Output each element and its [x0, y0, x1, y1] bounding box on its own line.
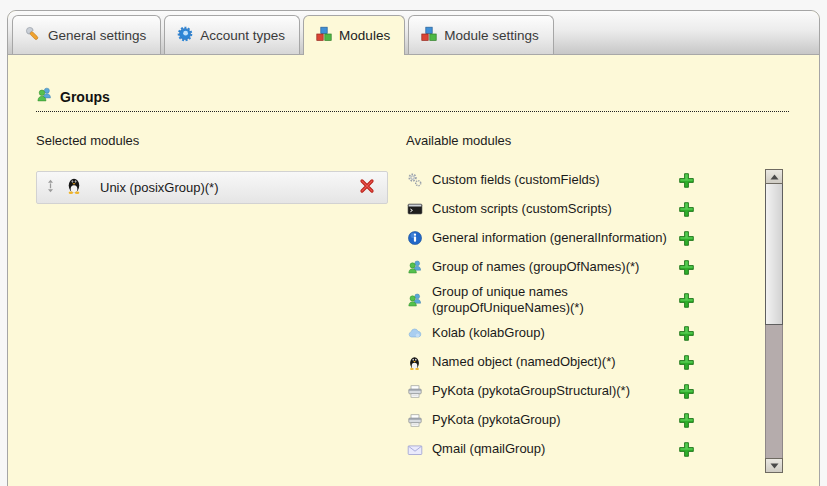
settings-window: General settings Account types: [7, 10, 820, 486]
groups-icon: [406, 292, 423, 308]
groups-section-header: Groups: [36, 86, 789, 112]
add-icon[interactable]: [678, 201, 695, 218]
module-name: Qmail (qmailGroup): [432, 441, 545, 457]
tab-modules[interactable]: Modules: [303, 15, 405, 55]
available-module-row: PyKota (pykotaGroup): [406, 409, 733, 433]
available-module-row: Named object (namedObject)(*): [406, 351, 733, 375]
available-module-row: Qmail (qmailGroup): [406, 438, 733, 462]
add-icon[interactable]: [678, 383, 695, 400]
add-icon[interactable]: [678, 230, 695, 247]
tab-module-settings[interactable]: Module settings: [408, 15, 554, 54]
drag-handle-icon[interactable]: [46, 179, 55, 197]
available-module-row: Group of names (groupOfNames)(*): [406, 255, 733, 279]
info-icon: [406, 230, 423, 246]
scrollbar-thumb[interactable]: [765, 184, 783, 325]
available-module-row: Custom scripts (customScripts): [406, 197, 733, 221]
module-name: Kolab (kolabGroup): [432, 325, 545, 341]
section-title: Groups: [60, 89, 110, 105]
envelope-icon: [406, 442, 423, 458]
available-module-row: Custom fields (customFields): [406, 168, 733, 192]
modules-panel: Groups Selected modules: [8, 86, 819, 467]
add-icon[interactable]: [678, 354, 695, 371]
module-name: PyKota (pykotaGroup): [432, 412, 561, 428]
tab-general-settings[interactable]: General settings: [12, 15, 161, 54]
add-icon[interactable]: [678, 325, 695, 342]
tab-account-types[interactable]: Account types: [164, 15, 300, 54]
available-modules-list: Custom fields (customFields): [406, 168, 789, 462]
tab-label: Modules: [339, 28, 390, 43]
scroll-up-icon[interactable]: [765, 169, 783, 184]
printer-icon: [406, 413, 423, 429]
printer-icon: [406, 384, 423, 400]
module-name: Named object (namedObject)(*): [432, 354, 616, 370]
tab-label: Module settings: [444, 28, 539, 43]
tab-label: Account types: [200, 28, 285, 43]
module-name: PyKota (pykotaGroupStructural)(*): [432, 383, 630, 399]
add-icon[interactable]: [678, 412, 695, 429]
tux-icon: [406, 355, 423, 371]
module-name: General information (generalInformation): [432, 230, 667, 246]
scrollbar-track[interactable]: [765, 325, 783, 458]
add-icon[interactable]: [678, 292, 695, 309]
module-name: Custom fields (customFields): [432, 172, 600, 188]
groups-icon: [406, 259, 423, 275]
selected-module-row[interactable]: Unix (posixGroup)(*): [36, 171, 388, 204]
available-module-row: Kolab (kolabGroup): [406, 322, 733, 346]
groups-icon: [36, 86, 53, 107]
available-modules-label: Available modules: [406, 133, 789, 148]
selected-module-name: Unix (posixGroup)(*): [100, 180, 359, 195]
tab-bar: General settings Account types: [8, 11, 819, 55]
scrollbar[interactable]: [765, 169, 783, 473]
scroll-down-icon[interactable]: [765, 458, 783, 473]
available-module-row: General information (generalInformation): [406, 226, 733, 250]
add-icon[interactable]: [678, 441, 695, 458]
add-icon[interactable]: [678, 172, 695, 189]
module-name: Custom scripts (customScripts): [432, 201, 612, 217]
gears-icon: [406, 172, 423, 188]
terminal-icon: [406, 201, 423, 217]
blocks-icon: [421, 26, 437, 45]
selected-modules-label: Selected modules: [36, 133, 388, 148]
cloud-icon: [406, 326, 423, 342]
gear-icon: [177, 26, 193, 45]
wrench-icon: [25, 26, 41, 45]
available-module-row: Group of unique names (groupOfUniqueName…: [406, 284, 733, 317]
delete-icon[interactable]: [359, 178, 375, 198]
module-name: Group of unique names (groupOfUniqueName…: [432, 284, 678, 317]
blocks-icon: [316, 26, 332, 45]
add-icon[interactable]: [678, 259, 695, 276]
module-name: Group of names (groupOfNames)(*): [432, 259, 639, 275]
tux-icon: [65, 176, 83, 199]
tab-label: General settings: [48, 28, 146, 43]
available-module-row: PyKota (pykotaGroupStructural)(*): [406, 380, 733, 404]
